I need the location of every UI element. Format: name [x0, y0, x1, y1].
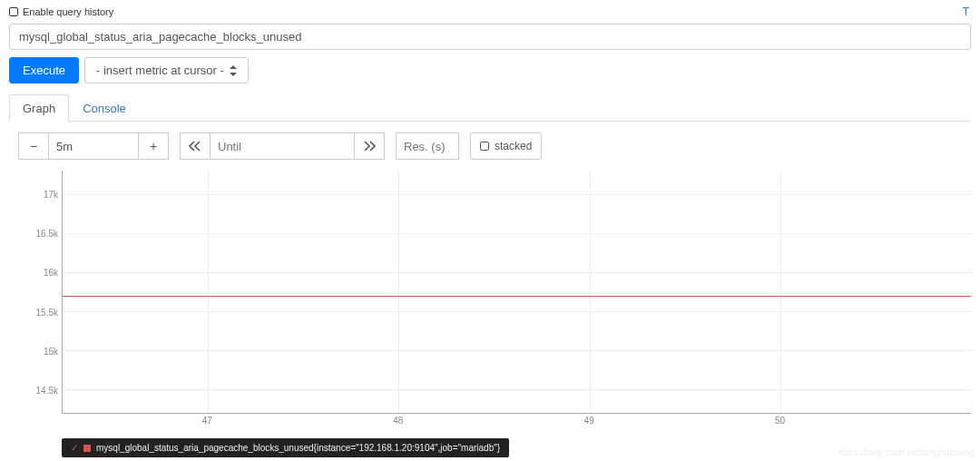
duration-input[interactable]	[48, 132, 139, 160]
duration-minus-button[interactable]: −	[18, 132, 49, 160]
double-chevron-left-icon	[189, 141, 201, 152]
x-tick-label: 47	[202, 416, 212, 426]
page: Enable query history T Execute - insert …	[0, 0, 980, 432]
until-input[interactable]	[210, 132, 355, 160]
gridline	[63, 350, 971, 351]
gridline	[780, 171, 781, 413]
gridline	[63, 311, 971, 312]
check-icon: ✓	[71, 443, 78, 453]
duration-plus-button[interactable]: +	[138, 132, 169, 160]
watermark: https://blog.csdn.net/dinghuaneng	[838, 447, 975, 457]
legend-swatch	[83, 445, 91, 452]
enable-history-checkbox[interactable]: Enable query history	[9, 6, 113, 17]
gridline	[63, 233, 971, 234]
checkbox-icon	[9, 7, 18, 16]
legend-text: mysql_global_status_aria_pagecache_block…	[96, 443, 500, 453]
top-right-letter: T	[963, 5, 971, 18]
y-tick-label: 15.5k	[36, 307, 58, 317]
chart[interactable]: ✓ mysql_global_status_aria_pagecache_blo…	[18, 169, 971, 432]
until-group	[180, 132, 385, 160]
tab-graph[interactable]: Graph	[9, 94, 69, 122]
x-tick-label: 50	[775, 416, 785, 426]
stacked-toggle[interactable]: stacked	[470, 132, 542, 160]
gridline	[590, 171, 591, 413]
double-chevron-right-icon	[363, 141, 376, 152]
enable-history-label: Enable query history	[23, 6, 113, 17]
insert-metric-label: - insert metric at cursor -	[96, 64, 224, 77]
expression-row	[9, 24, 971, 50]
resolution-input[interactable]	[396, 132, 459, 160]
x-tick-label: 48	[393, 416, 403, 426]
gridline	[208, 171, 209, 413]
button-row: Execute - insert metric at cursor -	[9, 57, 971, 83]
execute-button[interactable]: Execute	[9, 57, 79, 83]
y-tick-label: 16k	[44, 268, 58, 278]
series-line	[63, 296, 971, 297]
graph-toolbar: − + stacked	[18, 132, 971, 160]
expression-input[interactable]	[9, 24, 971, 50]
y-tick-label: 17k	[44, 189, 58, 199]
duration-group: − +	[18, 132, 169, 160]
x-tick-label: 49	[584, 416, 594, 426]
plot-region	[62, 171, 971, 414]
checkbox-icon	[480, 142, 489, 151]
y-tick-label: 16.5k	[36, 229, 58, 239]
chart-area: ✓ mysql_global_status_aria_pagecache_blo…	[18, 169, 971, 432]
gridline	[63, 194, 971, 195]
tabs: Graph Console	[9, 94, 971, 122]
insert-metric-dropdown[interactable]: - insert metric at cursor -	[84, 57, 249, 83]
time-back-button[interactable]	[180, 132, 211, 160]
gridline	[63, 389, 971, 390]
legend[interactable]: ✓ mysql_global_status_aria_pagecache_blo…	[62, 438, 509, 457]
caret-icon	[230, 65, 237, 76]
y-tick-label: 14.5k	[36, 386, 58, 396]
gridline	[63, 272, 971, 273]
topbar: Enable query history T	[9, 5, 971, 18]
time-forward-button[interactable]	[354, 132, 385, 160]
y-tick-label: 15k	[44, 346, 58, 356]
tab-console[interactable]: Console	[69, 94, 140, 122]
gridline	[398, 171, 399, 413]
stacked-label: stacked	[495, 140, 532, 152]
